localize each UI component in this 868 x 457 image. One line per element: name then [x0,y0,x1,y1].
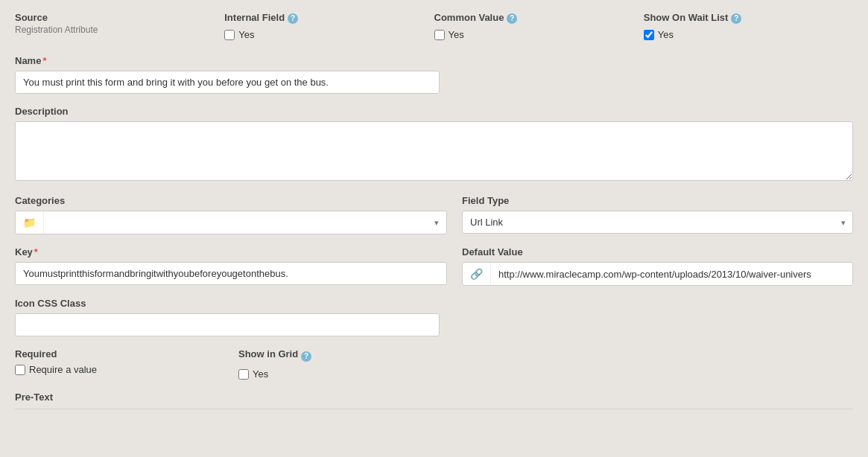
categories-fieldtype-row: Categories 📁 ▾ Field Type Url Link ▾ [15,195,853,234]
categories-label: Categories [15,195,447,206]
internal-field-help-icon[interactable]: ? [288,13,298,24]
source-value: Registration Attribute [15,25,224,35]
show-grid-label: Show in Grid [238,348,298,359]
internal-field-checkbox[interactable] [224,30,235,40]
key-required-star: * [34,246,38,258]
show-grid-help-icon[interactable]: ? [301,351,311,362]
categories-select[interactable] [44,212,446,234]
show-wait-list-help-icon[interactable]: ? [731,13,741,24]
required-checkbox[interactable] [15,365,25,375]
description-textarea[interactable] [15,121,853,181]
internal-field-col: Internal Field ? Yes [224,12,434,40]
show-wait-list-yes-label[interactable]: Yes [658,29,674,40]
categories-select-wrapper: 📁 ▾ [15,211,447,234]
common-value-yes-label[interactable]: Yes [449,29,464,40]
source-col: Source Registration Attribute [15,12,224,40]
show-grid-col: Show in Grid ? Yes [238,348,447,380]
show-wait-list-checkbox-row: Yes [644,29,853,40]
default-value-col: Default Value 🔗 [462,246,853,286]
default-value-label: Default Value [462,246,853,258]
required-label: Required [15,348,224,359]
required-showgrid-row: Required Require a value Show in Grid ? … [15,348,853,380]
form-container: Source Registration Attribute Internal F… [0,0,868,421]
description-label: Description [15,106,853,117]
key-label: Key* [15,246,447,258]
categories-col: Categories 📁 ▾ [15,195,447,234]
icon-css-label: Icon CSS Class [15,298,853,309]
show-grid-checkbox-row: Yes [238,368,447,380]
field-type-col: Field Type Url Link ▾ [462,195,853,234]
show-grid-yes-label[interactable]: Yes [253,368,268,380]
common-value-help-icon[interactable]: ? [507,13,517,24]
name-label: Name* [15,55,853,66]
common-value-checkbox-row: Yes [434,29,644,40]
show-wait-list-label: Show On Wait List [644,12,729,23]
required-col: Required Require a value [15,348,224,380]
pre-text-section: Pre-Text [15,392,853,403]
top-row: Source Registration Attribute Internal F… [15,12,853,40]
bottom-divider [15,409,853,409]
folder-icon: 📁 [16,211,44,234]
common-value-checkbox[interactable] [434,30,445,40]
description-section: Description [15,106,853,183]
icon-css-section: Icon CSS Class [15,298,853,336]
show-grid-checkbox[interactable] [238,369,249,380]
required-checkbox-label[interactable]: Require a value [29,364,97,375]
common-value-label: Common Value [434,12,504,23]
name-input[interactable] [15,71,440,94]
show-wait-list-col: Show On Wait List ? Yes [644,12,853,40]
field-type-select-wrapper: Url Link ▾ [462,211,853,234]
key-col: Key* [15,246,447,286]
internal-field-yes-label[interactable]: Yes [238,29,254,40]
source-label: Source [15,12,224,23]
field-type-label: Field Type [462,195,853,206]
common-value-col: Common Value ? Yes [434,12,644,40]
default-value-input[interactable] [491,263,852,285]
link-icon: 🔗 [463,263,491,285]
key-defaultvalue-row: Key* Default Value 🔗 [15,246,853,286]
field-type-select[interactable]: Url Link [462,211,853,234]
show-wait-list-checkbox[interactable] [644,30,654,40]
name-required-star: * [42,55,46,66]
name-section: Name* [15,55,853,94]
required-checkbox-row: Require a value [15,364,224,375]
internal-field-checkbox-row: Yes [224,29,434,40]
icon-css-input[interactable] [15,313,440,336]
pre-text-label: Pre-Text [15,392,853,403]
key-input[interactable] [15,262,447,285]
internal-field-label: Internal Field [224,12,285,23]
default-value-wrapper: 🔗 [462,262,853,286]
